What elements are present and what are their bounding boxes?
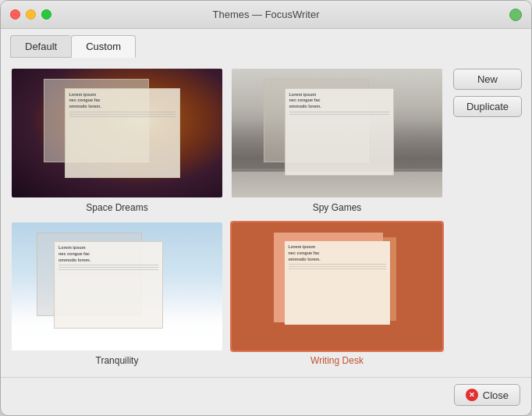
text-line-decoration [289, 268, 386, 269]
text-line-decoration [59, 265, 158, 265]
text-line-decoration [59, 267, 158, 268]
theme-card-space-dreams[interactable]: Lorem ipsum nec congue fac ommodo lorem.… [10, 67, 224, 215]
minimize-window-button[interactable] [26, 9, 36, 20]
maximize-window-button[interactable] [41, 9, 51, 20]
theme-label-tranquility: Tranquility [10, 352, 224, 368]
doc-front-paper: Lorem ipsum nec congue fac ommodo lorem. [54, 241, 163, 329]
tab-default[interactable]: Default [10, 35, 71, 58]
duplicate-button[interactable]: Duplicate [453, 96, 522, 117]
status-indicator [509, 9, 522, 21]
close-button[interactable]: ✕ Close [454, 384, 520, 406]
themes-grid: Lorem ipsum nec congue fac ommodo lorem.… [10, 67, 444, 368]
text-line-decoration [69, 116, 176, 117]
text-line-decoration [289, 266, 386, 267]
theme-preview-writing-desk: Lorem ipsum nec congue fac ommodo lorem. [230, 221, 444, 353]
doc-front-paper: Lorem ipsum nec congue fac ommodo lorem. [285, 88, 394, 176]
text-line-decoration [59, 269, 158, 270]
close-button-label: Close [483, 389, 509, 401]
doc-text: Lorem ipsum nec congue fac ommodo lorem. [55, 242, 162, 275]
content-area: Lorem ipsum nec congue fac ommodo lorem.… [1, 58, 531, 377]
text-line-decoration [69, 112, 176, 112]
theme-label-space-dreams: Space Dreams [10, 199, 224, 215]
tab-custom[interactable]: Custom [71, 35, 136, 58]
theme-label-spy-games: Spy Games [230, 199, 444, 215]
wd-paper-front: Lorem ipsum nec congue fac ommodo lorem. [285, 241, 390, 325]
close-icon: ✕ [466, 389, 478, 401]
doc-text: Lorem ipsum nec congue fac ommodo lorem. [66, 89, 180, 122]
theme-card-tranquility[interactable]: Lorem ipsum nec congue fac ommodo lorem.… [10, 221, 224, 368]
text-line-decoration [289, 112, 389, 112]
doc-text: Lorem ipsum nec congue fac ommodo lorem. [285, 241, 390, 274]
footer: ✕ Close [1, 377, 531, 415]
close-window-button[interactable] [10, 9, 20, 20]
window-title: Themes — FocusWriter [212, 9, 319, 20]
sidebar-buttons: New Duplicate [453, 67, 522, 368]
themes-window: Themes — FocusWriter Default Custom [0, 0, 532, 416]
theme-card-spy-games[interactable]: Lorem ipsum nec congue fac ommodo lorem.… [230, 67, 444, 215]
theme-preview-tranquility: Lorem ipsum nec congue fac ommodo lorem. [10, 221, 224, 353]
theme-preview-space-dreams: Lorem ipsum nec congue fac ommodo lorem. [10, 67, 224, 199]
tabs-bar: Default Custom [1, 29, 531, 58]
theme-preview-spy-games: Lorem ipsum nec congue fac ommodo lorem. [230, 67, 444, 199]
doc-front-paper: Lorem ipsum nec congue fac ommodo lorem. [65, 88, 181, 178]
text-line-decoration [69, 114, 176, 115]
theme-label-writing-desk: Writing Desk [230, 352, 444, 368]
doc-text: Lorem ipsum nec congue fac ommodo lorem. [286, 89, 393, 119]
titlebar: Themes — FocusWriter [1, 1, 531, 29]
text-line-decoration [289, 264, 386, 265]
traffic-lights [10, 9, 51, 20]
text-line-decoration [289, 114, 389, 115]
new-button[interactable]: New [453, 69, 522, 90]
theme-card-writing-desk[interactable]: Lorem ipsum nec congue fac ommodo lorem.… [230, 221, 444, 368]
